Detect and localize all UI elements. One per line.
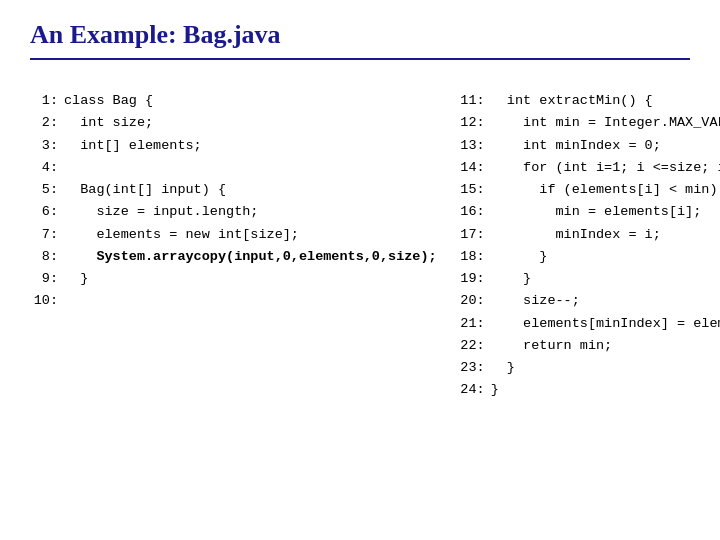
code-line: 23: } [457,357,720,379]
line-number: 24: [457,379,485,401]
line-code: } [491,246,548,268]
line-code: elements = new int[size]; [64,224,299,246]
code-line: 3: int[] elements; [30,135,437,157]
line-number: 4: [30,157,58,179]
code-line: 19: } [457,268,720,290]
code-line: 14: for (int i=1; i <=size; i++) { [457,157,720,179]
line-number: 17: [457,224,485,246]
line-number: 22: [457,335,485,357]
code-line: 16: min = elements[i]; [457,201,720,223]
right-code-column: 11: int extractMin() {12: int min = Inte… [457,90,720,402]
code-line: 1:class Bag { [30,90,437,112]
line-number: 6: [30,201,58,223]
line-code: int size; [64,112,153,134]
line-number: 23: [457,357,485,379]
slide-container: An Example: Bag.java 1:class Bag {2: int… [0,0,720,540]
line-code: size--; [491,290,580,312]
line-code: int min = Integer.MAX_VALUE; [491,112,720,134]
line-code: Bag(int[] input) { [64,179,226,201]
line-code: size = input.length; [64,201,258,223]
line-code: } [64,268,88,290]
line-number: 14: [457,157,485,179]
code-line: 21: elements[minIndex] = elements[size]; [457,313,720,335]
code-line: 6: size = input.length; [30,201,437,223]
line-code: } [491,379,499,401]
line-code: System.arraycopy(input,0,elements,0,size… [64,246,437,268]
line-number: 7: [30,224,58,246]
code-line: 4: [30,157,437,179]
code-line: 22: return min; [457,335,720,357]
line-number: 11: [457,90,485,112]
line-code: int extractMin() { [491,90,653,112]
code-line: 20: size--; [457,290,720,312]
line-number: 21: [457,313,485,335]
line-number: 2: [30,112,58,134]
line-number: 20: [457,290,485,312]
line-number: 13: [457,135,485,157]
code-line: 12: int min = Integer.MAX_VALUE; [457,112,720,134]
code-line: 15: if (elements[i] < min) { [457,179,720,201]
code-line: 18: } [457,246,720,268]
line-number: 10: [30,290,58,312]
slide-title: An Example: Bag.java [30,20,690,60]
code-line: 2: int size; [30,112,437,134]
left-code-column: 1:class Bag {2: int size;3: int[] elemen… [30,90,437,402]
line-code: min = elements[i]; [491,201,702,223]
line-code: for (int i=1; i <=size; i++) { [491,157,720,179]
code-line: 9: } [30,268,437,290]
line-number: 1: [30,90,58,112]
code-line: 8: System.arraycopy(input,0,elements,0,s… [30,246,437,268]
line-code: int minIndex = 0; [491,135,661,157]
line-number: 18: [457,246,485,268]
line-code: } [491,268,532,290]
code-line: 11: int extractMin() { [457,90,720,112]
line-code: return min; [491,335,613,357]
line-number: 16: [457,201,485,223]
line-number: 5: [30,179,58,201]
code-line: 24:} [457,379,720,401]
code-line: 5: Bag(int[] input) { [30,179,437,201]
code-line: 17: minIndex = i; [457,224,720,246]
line-number: 8: [30,246,58,268]
line-number: 15: [457,179,485,201]
code-line: 7: elements = new int[size]; [30,224,437,246]
line-number: 3: [30,135,58,157]
line-code: class Bag { [64,90,153,112]
line-number: 9: [30,268,58,290]
code-line: 10: [30,290,437,312]
line-number: 12: [457,112,485,134]
line-code: } [491,357,515,379]
code-line: 13: int minIndex = 0; [457,135,720,157]
line-code: if (elements[i] < min) { [491,179,720,201]
line-code: int[] elements; [64,135,202,157]
line-code: minIndex = i; [491,224,661,246]
line-number: 19: [457,268,485,290]
line-code: elements[minIndex] = elements[size]; [491,313,720,335]
code-area: 1:class Bag {2: int size;3: int[] elemen… [30,90,690,402]
